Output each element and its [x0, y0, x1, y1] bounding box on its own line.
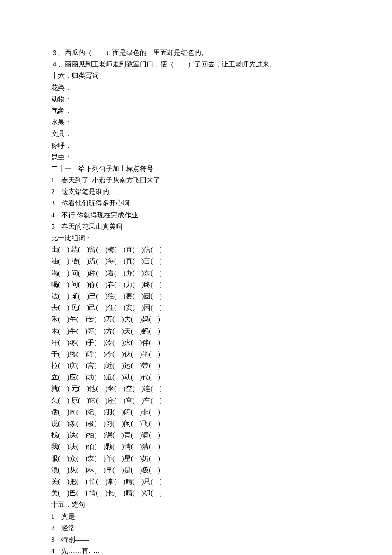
text-line: 4．先……再…… [51, 545, 341, 555]
text-line: 汗( )冬( )乎( )冷( )火( )伴( ) [51, 337, 341, 348]
text-line: 由( ) 结( )留( )梅( )直( )信( ) [51, 244, 341, 255]
text-line: 花类： [51, 82, 341, 93]
text-line: 浪( )从( )林( )早( )是( )极( ) [51, 464, 341, 476]
text-line: 立( )应( )功( )近( )动( )代( ) [51, 371, 341, 383]
text-line: 1．真是—— [51, 511, 341, 522]
text-line: 水果： [51, 116, 341, 128]
text-line: 十五．造句 [51, 499, 341, 510]
text-line: 法( ) 渐( )已( )往( )要( )圆( ) [51, 290, 341, 302]
text-line: 渴( ) 间( )称( )看( )办( )东( ) [51, 267, 341, 279]
text-line: 就( ) 元( )他( )坐( )空( )连( ) [51, 383, 341, 394]
text-line: 二十一．给下列句子加上标点符号 [51, 163, 341, 174]
text-line: 5．春天的花果山真美啊 [51, 221, 341, 232]
text-line: 4．不行 你就得现在完成作业 [51, 209, 341, 221]
text-line: 关( )把( ) 忙( )常( )晴( )只( ) [51, 476, 341, 487]
text-line: 干( )终( )呼( )今( )伙( )半( ) [51, 348, 341, 360]
text-line: 去( ) 见( )己( )住( )安( )园( ) [51, 302, 341, 313]
text-line: ３、西瓜的（ ）面是绿色的，里面却是红色的。 [51, 47, 341, 58]
text-line: 2．经常—— [51, 522, 341, 534]
text-line: 我( )块( )伯( )颗( )情( )清( ) [51, 441, 341, 452]
text-line: 气象： [51, 105, 341, 116]
text-line: 2．这支铅笔是谁的 [51, 186, 341, 197]
text-line: 美( )巴( ) 情( )长( )睛( )织( ) [51, 487, 341, 499]
text-line: 禾( )午( )苦( )万( )夫( )妈( ) [51, 313, 341, 325]
text-line: 木( )牛( )等( )方( )天( )蚂( ) [51, 325, 341, 337]
text-line: 1．春天到了 小燕子从南方飞回来了 [51, 174, 341, 186]
document-page: ３、西瓜的（ ）面是绿色的，里面却是红色的。４、丽丽见到王老师走到教室门口，便（… [0, 0, 392, 555]
text-line: 拉( )庆( )宫( )近( )运( )带( ) [51, 360, 341, 371]
text-line: ４、丽丽见到王老师走到教室门口，便（ ）了回去，让王老师先进来。 [51, 58, 341, 70]
text-line: 比一比组词： [51, 232, 341, 244]
text-line: 眼( )众( )森( )单( )星( )奶( ) [51, 453, 341, 464]
text-line: 话( )向( )纪( )羽( )闪( )非( ) [51, 406, 341, 418]
document-content: ３、西瓜的（ ）面是绿色的，里面却是红色的。４、丽丽见到王老师走到教室门口，便（… [51, 47, 341, 555]
text-line: 3．特别—— [51, 534, 341, 545]
text-line: 十六．归类写词 [51, 70, 341, 81]
text-line: 文具： [51, 128, 341, 139]
text-line: 3．你看他们玩得多开心啊 [51, 197, 341, 209]
text-line: 动物： [51, 93, 341, 105]
text-line: 说( )象( )极( )习( )闲( )飞( ) [51, 418, 341, 429]
text-line: 找( )决( )拍( )课( )青( )请( ) [51, 429, 341, 441]
text-line: 称呼： [51, 140, 341, 151]
text-line: 昆虫： [51, 151, 341, 163]
text-line: 油( ) 洁( )流( )每( )真( )言( ) [51, 255, 341, 267]
text-line: 久( ) 原( )它( )座( )宫( )车( ) [51, 395, 341, 406]
text-line: 喝( ) 问( )你( )春( )力( )终( ) [51, 279, 341, 290]
